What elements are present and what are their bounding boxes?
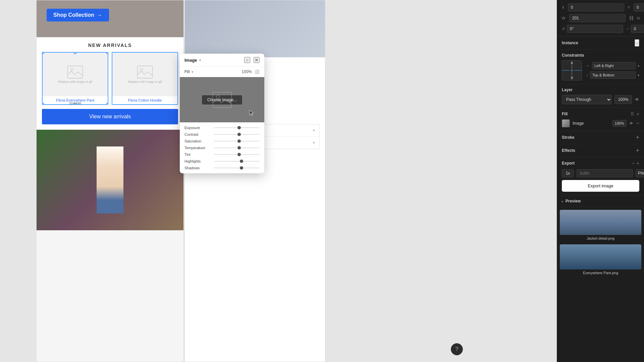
fill-section-icons: ⠿ + [631, 111, 639, 117]
product-placeholder-1: Replace with image or gif [58, 80, 92, 83]
help-button[interactable]: ? [451, 343, 463, 355]
new-arrivals-title: NEW ARRIVALS [42, 43, 178, 48]
adj-shadows-thumb[interactable] [240, 166, 243, 170]
export-format-select[interactable]: PNG ▾ [636, 169, 644, 177]
shop-btn-label: Shop Collection [53, 12, 94, 18]
fill-left: Fill ▾ [184, 69, 193, 74]
person-photo [97, 146, 123, 214]
view-arrivals-button[interactable]: View new arrivals [42, 109, 178, 124]
fill-chevron-icon[interactable]: ▾ [192, 70, 193, 74]
handle-tm[interactable] [74, 52, 76, 54]
adj-temperature-label: Temperature [184, 146, 211, 150]
rotation-input[interactable] [567, 25, 623, 33]
product-name-2: Fitma Cotton Hoodie [112, 96, 177, 104]
adj-temperature: Temperature [180, 144, 264, 151]
lock-proportions-button[interactable]: ⛓ [629, 15, 634, 21]
effects-section: Effects + [557, 144, 644, 157]
adj-contrast-track[interactable] [214, 134, 260, 135]
handle-tl[interactable] [42, 52, 44, 54]
effects-add-button[interactable]: + [636, 147, 639, 154]
export-image-button[interactable]: Export image [562, 180, 639, 192]
coords-section: X Y W ⛓ H ⤢ ↺ [557, 0, 644, 37]
y-input[interactable] [634, 3, 644, 11]
constraint-cross: + [570, 69, 574, 72]
handle-tr[interactable] [106, 52, 108, 54]
h-constraint-row: ↔ Left & Right ▾ [586, 62, 639, 69]
new-arrivals-section: NEW ARRIVALS [37, 37, 183, 130]
fill-remove-button[interactable]: − [636, 121, 639, 126]
fill-frame-icon[interactable]: ⬜ [255, 69, 260, 74]
asset-pants[interactable]: Everywhere Pant.png [560, 244, 641, 275]
x-input[interactable] [568, 3, 624, 11]
fill-visibility-button[interactable]: 👁 [629, 121, 634, 126]
fill-swatch[interactable] [562, 119, 570, 127]
instance-icon-button[interactable]: ⬦ [635, 39, 639, 47]
product-image-1: Replace with image or gif [43, 53, 108, 96]
handle-br[interactable] [106, 103, 108, 105]
adj-exposure-label: Exposure [184, 126, 211, 130]
export-scale-input[interactable] [562, 169, 574, 177]
adj-shadows-track[interactable] [214, 168, 260, 168]
fill-grid-button[interactable]: ⠿ [631, 111, 634, 117]
fill-add-button[interactable]: + [637, 111, 639, 117]
adj-shadows-label: Shadows [184, 166, 211, 170]
effects-title: Effects [562, 148, 575, 153]
h-group: H [637, 14, 644, 22]
popup-circle-button[interactable]: ○ [244, 57, 250, 63]
popup-icons: ○ ✕ [244, 57, 260, 63]
w-input[interactable] [569, 14, 626, 22]
adj-temperature-thumb[interactable] [237, 146, 241, 149]
x-group: X [562, 3, 624, 11]
h-label: H [637, 16, 642, 20]
export-minus-button[interactable]: − [632, 161, 635, 166]
adj-highlights-track[interactable] [214, 161, 260, 162]
popup-chevron-icon[interactable]: ▾ [199, 58, 201, 62]
product-card-2[interactable]: Replace with image or gif Fitma Cotton H… [112, 52, 178, 105]
blend-mode-select[interactable]: Pass Through [562, 95, 612, 104]
instance-label: Instance [562, 41, 578, 45]
cursor-indicator [248, 110, 255, 116]
popup-close-button[interactable]: ✕ [254, 57, 260, 63]
export-suffix-input[interactable] [577, 169, 633, 177]
shop-collection-button[interactable]: Shop Collection → [47, 9, 109, 21]
adj-tint-track[interactable] [214, 154, 260, 155]
export-section: Export − + PNG ▾ ••• Export image [557, 157, 644, 195]
fill-right: 100% ⬜ [241, 69, 260, 74]
h-constraint-select[interactable]: Left & Right [592, 62, 636, 69]
layer-visibility-button[interactable]: 👁 [635, 97, 639, 102]
v-constraint-chevron: ▾ [638, 73, 639, 77]
popup-header: Image ▾ ○ ✕ [180, 54, 264, 67]
constraints-box: + [562, 60, 582, 80]
adj-exposure-track[interactable] [214, 127, 260, 128]
constraints-grid: + ↔ Left & Right ▾ ↕ Top & Bottom ▾ [562, 60, 639, 80]
opacity-input[interactable] [614, 95, 632, 104]
fill-percent-input[interactable] [612, 120, 627, 127]
asset-jacket[interactable]: Jacket detail.png [560, 210, 641, 240]
photo-inner [37, 130, 183, 230]
stroke-add-button[interactable]: + [636, 134, 639, 140]
adj-saturation-thumb[interactable] [237, 139, 241, 143]
h-constraint-chevron: ▾ [638, 64, 639, 68]
svg-rect-2 [138, 66, 153, 78]
xy-row: X Y [562, 3, 639, 11]
radius-icon: ○ [627, 27, 629, 31]
product-card-1[interactable]: Replace with image or gif Fitma Everywhe… [42, 52, 108, 105]
stroke-section: Stroke + [557, 131, 644, 144]
stroke-title: Stroke [562, 135, 574, 140]
adj-exposure-thumb[interactable] [237, 126, 241, 129]
export-header-icons: − + [632, 161, 639, 166]
v-constraint-select[interactable]: Top & Bottom [590, 71, 636, 79]
adj-tint-thumb[interactable] [237, 153, 241, 156]
preview-section[interactable]: ▸ Preview [557, 195, 644, 207]
radius-input[interactable] [631, 25, 644, 33]
adj-temperature-track[interactable] [214, 147, 260, 148]
question-icon: ? [455, 346, 459, 352]
adj-saturation-track[interactable] [214, 141, 260, 141]
adj-highlights-thumb[interactable] [240, 160, 243, 163]
handle-bl[interactable] [42, 103, 44, 105]
jacket-thumb [560, 210, 641, 235]
export-add-button[interactable]: + [637, 161, 639, 166]
constraint-line-left [562, 70, 570, 71]
svg-rect-0 [68, 66, 83, 78]
adj-contrast-thumb[interactable] [237, 133, 241, 136]
